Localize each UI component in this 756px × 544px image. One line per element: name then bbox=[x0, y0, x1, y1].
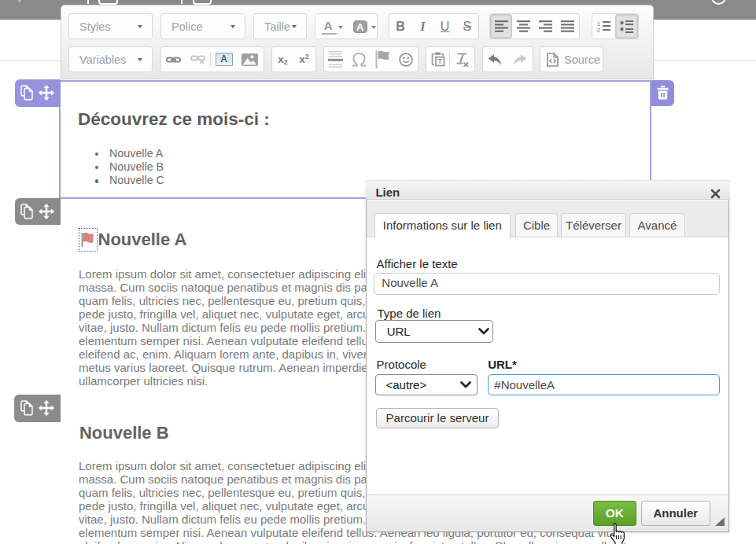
svg-text:2: 2 bbox=[597, 28, 600, 33]
svg-text:1: 1 bbox=[597, 21, 600, 27]
svg-text:T: T bbox=[437, 57, 442, 65]
